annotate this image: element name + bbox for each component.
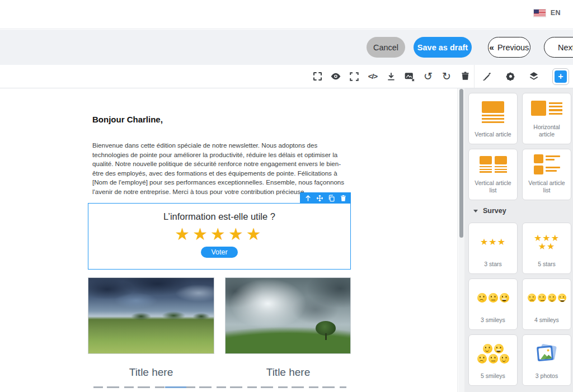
source-code-icon[interactable]: </> bbox=[367, 71, 378, 82]
star-icon: ★ bbox=[192, 224, 210, 244]
widget-5-stars[interactable]: ★★★★★ 5 stars bbox=[522, 223, 571, 274]
survey-stars-rating: ★★★★★ bbox=[88, 225, 350, 243]
redo-icon[interactable]: ↻ bbox=[441, 71, 452, 82]
article-images-row bbox=[88, 277, 351, 354]
truncated-text-line bbox=[93, 386, 346, 389]
toolbar-main-group: </> ↺ ↻ bbox=[312, 65, 471, 88]
4-smileys-icon bbox=[528, 294, 566, 302]
widget-label: 5 stars bbox=[534, 261, 559, 273]
settings-gear-icon[interactable] bbox=[505, 72, 515, 82]
vertical-article-list-icon bbox=[480, 156, 507, 173]
double-chevron-left-icon: « bbox=[490, 42, 494, 52]
widget-label: 3 smileys bbox=[477, 317, 509, 329]
article-widgets-grid: Vertical article Horizontal article Vert… bbox=[464, 88, 573, 200]
widget-label: 3 photos bbox=[532, 372, 561, 385]
article-title-right[interactable]: Title here bbox=[225, 366, 351, 379]
vertical-article-list-alt-icon bbox=[534, 154, 560, 174]
article-image-field[interactable] bbox=[88, 277, 214, 354]
layers-icon[interactable] bbox=[528, 71, 539, 82]
widget-vertical-article-list[interactable]: Vertical article list bbox=[468, 149, 518, 200]
vote-button: Voter bbox=[201, 247, 238, 258]
fullscreen-icon[interactable] bbox=[349, 71, 360, 82]
widget-vertical-article-list-alt[interactable]: Vertical article list bbox=[522, 149, 571, 200]
email-canvas[interactable]: Bonjour Charline, Bienvenue dans cette é… bbox=[0, 88, 458, 392]
3-smileys-icon bbox=[477, 293, 509, 303]
plus-icon: + bbox=[555, 70, 567, 83]
drag-move-icon[interactable] bbox=[316, 194, 323, 202]
us-flag-icon bbox=[534, 10, 546, 17]
3-photos-icon bbox=[535, 344, 558, 364]
survey-section-header[interactable]: Survey bbox=[464, 204, 573, 218]
newsletter-editor: EN Cancel Save as draft « Previous Next … bbox=[0, 0, 573, 392]
scrollbar-thumb[interactable] bbox=[459, 89, 463, 238]
vertical-article-icon bbox=[482, 101, 504, 123]
widget-label: Vertical article bbox=[471, 131, 514, 144]
horizontal-article-icon bbox=[531, 101, 562, 116]
save-as-draft-button[interactable]: Save as draft bbox=[414, 37, 472, 58]
previous-label: Previous bbox=[497, 43, 529, 52]
add-block-button[interactable]: + bbox=[552, 68, 569, 85]
toolbar-tools-group: + bbox=[474, 65, 569, 88]
brush-icon[interactable] bbox=[481, 71, 492, 82]
widget-vertical-article[interactable]: Vertical article bbox=[468, 93, 518, 144]
article-title-left[interactable]: Title here bbox=[88, 366, 214, 379]
move-up-icon[interactable] bbox=[304, 194, 312, 202]
3-stars-icon: ★★★ bbox=[480, 238, 506, 246]
delete-block-icon[interactable] bbox=[339, 194, 347, 202]
widget-3-photos[interactable]: 3 photos bbox=[522, 334, 571, 386]
survey-section-title: Survey bbox=[483, 207, 506, 215]
widget-label: Horizontal article bbox=[523, 124, 571, 144]
duplicate-icon[interactable] bbox=[327, 194, 335, 202]
editor-toolbar: </> ↺ ↻ + bbox=[0, 65, 573, 88]
download-icon[interactable] bbox=[386, 71, 397, 82]
marquee-select-icon[interactable] bbox=[312, 71, 323, 82]
cancel-button[interactable]: Cancel bbox=[367, 37, 405, 58]
email-document: Bonjour Charline, Bienvenue dans cette é… bbox=[88, 88, 351, 392]
5-smileys-icon bbox=[477, 344, 509, 363]
widget-label: Vertical article list bbox=[469, 180, 517, 200]
next-button[interactable]: Next bbox=[544, 37, 573, 58]
widget-3-smileys[interactable]: 3 smileys bbox=[468, 278, 518, 330]
remove-image-icon[interactable] bbox=[404, 71, 415, 82]
top-bar: EN bbox=[0, 0, 573, 29]
delete-icon[interactable] bbox=[459, 71, 471, 82]
block-toolbar bbox=[300, 192, 351, 204]
action-bar: Cancel Save as draft « Previous Next bbox=[0, 30, 573, 65]
language-selector[interactable]: EN bbox=[534, 9, 561, 17]
star-icon: ★ bbox=[210, 224, 228, 244]
email-paragraph[interactable]: Bienvenue dans cette édition spéciale de… bbox=[92, 141, 349, 197]
widget-label: Vertical article list bbox=[523, 180, 571, 200]
widgets-sidebar: Vertical article Horizontal article Vert… bbox=[464, 88, 573, 392]
widget-label: 5 smileys bbox=[477, 372, 509, 385]
star-icon: ★ bbox=[175, 224, 192, 244]
language-label: EN bbox=[551, 9, 561, 17]
collapse-triangle-icon bbox=[473, 210, 478, 212]
widget-3-stars[interactable]: ★★★ 3 stars bbox=[468, 223, 518, 274]
preview-eye-icon[interactable] bbox=[330, 71, 341, 82]
survey-question: L’information est-elle utile ? bbox=[88, 211, 350, 222]
undo-icon[interactable]: ↺ bbox=[422, 71, 434, 82]
widget-label: 3 stars bbox=[481, 261, 505, 273]
survey-block-selected[interactable]: L’information est-elle utile ? ★★★★★ Vot… bbox=[88, 203, 351, 270]
widget-4-smileys[interactable]: 4 smileys bbox=[522, 278, 571, 330]
5-stars-icon: ★★★★★ bbox=[534, 234, 560, 251]
email-greeting[interactable]: Bonjour Charline, bbox=[92, 115, 163, 124]
previous-button[interactable]: « Previous bbox=[488, 37, 530, 58]
survey-widgets-grid: ★★★ 3 stars ★★★★★ 5 stars 3 smileys 4 sm… bbox=[464, 218, 573, 386]
star-icon: ★ bbox=[228, 224, 246, 244]
widget-label: 4 smileys bbox=[531, 317, 562, 329]
widget-5-smileys[interactable]: 5 smileys bbox=[468, 334, 518, 386]
star-icon: ★ bbox=[246, 224, 264, 244]
vertical-scrollbar[interactable] bbox=[458, 88, 464, 392]
article-image-storm[interactable] bbox=[225, 277, 351, 354]
widget-horizontal-article[interactable]: Horizontal article bbox=[522, 93, 571, 144]
